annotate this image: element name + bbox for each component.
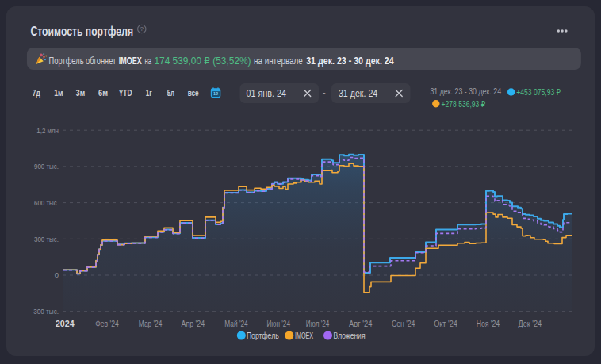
svg-text:на: на <box>144 55 151 67</box>
svg-text:174 539,00 ₽ (53,52%): 174 539,00 ₽ (53,52%) <box>154 55 251 67</box>
svg-text:Окт '24: Окт '24 <box>434 320 457 328</box>
svg-text:Апр '24: Апр '24 <box>182 320 205 328</box>
svg-text:900 тыс.: 900 тыс. <box>34 162 59 171</box>
svg-text:Стоимость портфеля: Стоимость портфеля <box>31 24 134 39</box>
svg-text:Май '24: Май '24 <box>224 320 248 328</box>
svg-text:YTD: YTD <box>119 88 132 98</box>
svg-text:1г: 1г <box>146 88 152 98</box>
svg-text:?: ? <box>140 25 144 33</box>
svg-text:Портфель: Портфель <box>247 331 279 340</box>
svg-text:Сен '24: Сен '24 <box>392 320 415 328</box>
svg-text:на интервале: на интервале <box>254 55 303 67</box>
svg-text:-300 тыс.: -300 тыс. <box>32 307 59 316</box>
svg-text:IMOEX: IMOEX <box>295 331 314 340</box>
svg-text:300 тыс.: 300 тыс. <box>34 235 59 243</box>
svg-text:Июл '24: Июл '24 <box>306 320 330 328</box>
svg-text:7д: 7д <box>33 88 40 98</box>
svg-text:31 дек. 23 - 30 дек. 24: 31 дек. 23 - 30 дек. 24 <box>306 55 394 67</box>
svg-text:-: - <box>323 87 326 98</box>
svg-text:2024: 2024 <box>56 319 75 328</box>
svg-text:Портфель обгоняет: Портфель обгоняет <box>49 55 117 67</box>
svg-text:12: 12 <box>213 91 218 96</box>
svg-text:Вложения: Вложения <box>334 331 366 340</box>
svg-text:Июн '24: Июн '24 <box>266 320 290 328</box>
svg-text:все: все <box>188 88 199 98</box>
svg-text:Фев '24: Фев '24 <box>95 320 119 328</box>
svg-text:Дек '24: Дек '24 <box>519 320 542 328</box>
svg-text:Ноя '24: Ноя '24 <box>477 320 500 328</box>
svg-text:01 янв. 24: 01 янв. 24 <box>247 88 286 99</box>
svg-text:5л: 5л <box>167 88 175 98</box>
svg-text:Мар '24: Мар '24 <box>139 320 163 328</box>
svg-text:+453 075,93 ₽: +453 075,93 ₽ <box>516 87 561 97</box>
svg-text:+278 536,93 ₽: +278 536,93 ₽ <box>442 99 486 109</box>
svg-text:1,2 млн: 1,2 млн <box>36 126 59 135</box>
svg-text:0: 0 <box>55 270 59 279</box>
svg-text:IMOEX: IMOEX <box>119 55 142 67</box>
svg-text:3м: 3м <box>76 88 85 98</box>
svg-text:6м: 6м <box>98 88 108 98</box>
svg-text:31 дек. 24: 31 дек. 24 <box>339 88 377 99</box>
svg-text:Авг '24: Авг '24 <box>349 320 373 328</box>
svg-text:31 дек. 23 - 30 дек. 24: 31 дек. 23 - 30 дек. 24 <box>430 86 501 96</box>
svg-text:1м: 1м <box>54 88 63 98</box>
svg-text:600 тыс.: 600 тыс. <box>34 198 59 207</box>
